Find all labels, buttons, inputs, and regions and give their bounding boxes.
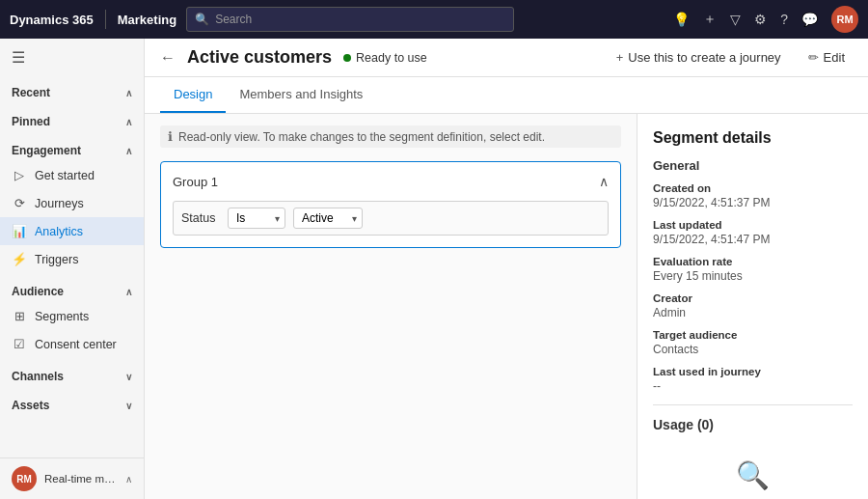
filter-operator-wrap: Is Is not (228, 208, 285, 229)
sidebar-item-segments[interactable]: ⊞ Segments (0, 302, 144, 330)
help-icon[interactable]: ? (780, 12, 788, 27)
creator-value: Admin (653, 306, 853, 319)
segments-icon: ⊞ (12, 309, 27, 323)
engagement-label: Engagement (12, 144, 81, 157)
filter-row: Status Is Is not Active Inactive (173, 201, 609, 236)
group-card: Group 1 ∧ Status Is Is not (160, 161, 621, 248)
tab-design[interactable]: Design (160, 77, 226, 113)
dynamics-label: Dynamics 365 (10, 13, 94, 27)
sidebar-item-analytics[interactable]: 📊 Analytics (0, 217, 144, 245)
filter-value-select[interactable]: Active Inactive (293, 208, 363, 229)
create-journey-label: Use this to create a journey (628, 50, 780, 65)
group-header: Group 1 ∧ (173, 174, 609, 189)
target-audience-value: Contacts (653, 343, 853, 356)
main-layout: ☰ Recent ∧ Pinned ∧ Engagement ∧ ▷ Get s… (0, 39, 868, 499)
channels-label: Channels (12, 370, 64, 383)
get-started-icon: ▷ (12, 168, 27, 182)
journeys-icon: ⟳ (12, 196, 27, 210)
design-area: ℹ Read-only view. To make changes to the… (145, 114, 637, 499)
last-used-value: -- (653, 379, 853, 393)
group-collapse-button[interactable]: ∧ (599, 174, 609, 189)
usage-search-icon: 🔍 (736, 459, 770, 491)
info-bar: ℹ Read-only view. To make changes to the… (160, 125, 621, 148)
edit-label: Edit (824, 50, 845, 65)
engagement-chevron: ∧ (125, 146, 132, 156)
sidebar-group-recent[interactable]: Recent ∧ (0, 78, 144, 103)
sidebar-section-engagement: Engagement ∧ ▷ Get started ⟳ Journeys 📊 … (0, 134, 144, 275)
sidebar-group-audience[interactable]: Audience ∧ (0, 277, 144, 302)
evaluation-rate-value: Every 15 minutes (653, 269, 853, 283)
usage-heading: Usage (0) (653, 417, 853, 432)
pinned-label: Pinned (12, 115, 50, 128)
footer-workspace-label: Real-time marketi... (44, 473, 118, 485)
status-dot (343, 54, 351, 62)
evaluation-rate-label: Evaluation rate (653, 256, 853, 267)
plus-icon: + (616, 50, 624, 65)
detail-creator: Creator Admin (653, 292, 853, 319)
plus-icon[interactable]: ＋ (703, 11, 717, 28)
assets-label: Assets (12, 399, 49, 412)
edit-button[interactable]: ✏ Edit (800, 46, 853, 69)
channels-chevron: ∨ (125, 372, 132, 382)
back-button[interactable]: ← (160, 49, 176, 67)
sidebar-section-channels: Channels ∨ (0, 360, 144, 389)
detail-last-updated: Last updated 9/15/2022, 4:51:47 PM (653, 219, 853, 246)
sidebar-group-channels[interactable]: Channels ∨ (0, 362, 144, 387)
segment-details-heading: Segment details (653, 129, 853, 147)
sidebar-group-pinned[interactable]: Pinned ∧ (0, 107, 144, 132)
detail-last-used: Last used in journey -- (653, 366, 853, 393)
brand-logo: Dynamics 365 Marketing (10, 10, 176, 29)
last-used-label: Last used in journey (653, 366, 853, 377)
hamburger-menu[interactable]: ☰ (0, 39, 144, 76)
sidebar-footer[interactable]: RM Real-time marketi... ∧ (0, 457, 144, 499)
info-text: Read-only view. To make changes to the s… (178, 130, 545, 144)
sidebar: ☰ Recent ∧ Pinned ∧ Engagement ∧ ▷ Get s… (0, 39, 145, 499)
recent-chevron: ∧ (125, 88, 132, 98)
tab-members-insights[interactable]: Members and Insights (226, 77, 376, 113)
status-badge: Ready to use (343, 51, 427, 65)
audience-chevron: ∧ (125, 287, 132, 297)
pinned-chevron: ∧ (125, 117, 132, 127)
sidebar-item-consent-center[interactable]: ☑ Consent center (0, 330, 144, 358)
group-title: Group 1 (173, 175, 218, 189)
sidebar-item-journeys[interactable]: ⟳ Journeys (0, 189, 144, 217)
recent-label: Recent (12, 86, 50, 99)
info-icon: ℹ (168, 129, 173, 144)
sidebar-section-pinned: Pinned ∧ (0, 105, 144, 134)
settings-icon[interactable]: ⚙ (754, 12, 767, 27)
lightbulb-icon[interactable]: 💡 (673, 12, 690, 27)
sidebar-section-audience: Audience ∧ ⊞ Segments ☑ Consent center (0, 275, 144, 360)
sidebar-item-triggers[interactable]: ⚡ Triggers (0, 245, 144, 273)
created-on-value: 9/15/2022, 4:51:37 PM (653, 196, 853, 209)
search-input[interactable] (215, 13, 505, 26)
filter-icon[interactable]: ▽ (730, 12, 741, 27)
get-started-label: Get started (35, 169, 95, 182)
sidebar-item-get-started[interactable]: ▷ Get started (0, 161, 144, 189)
footer-avatar: RM (12, 466, 37, 491)
tabs-bar: Design Members and Insights (145, 77, 868, 114)
sidebar-group-engagement[interactable]: Engagement ∧ (0, 136, 144, 161)
filter-value-wrap: Active Inactive (293, 208, 363, 229)
avatar[interactable]: RM (831, 6, 858, 33)
journeys-label: Journeys (35, 197, 84, 210)
chat-icon[interactable]: 💬 (801, 12, 818, 27)
filter-operator-select[interactable]: Is Is not (228, 208, 285, 229)
audience-label: Audience (12, 285, 64, 298)
nav-divider (105, 10, 106, 29)
created-on-label: Created on (653, 182, 853, 194)
detail-target-audience: Target audience Contacts (653, 329, 853, 356)
target-audience-label: Target audience (653, 329, 853, 341)
last-updated-label: Last updated (653, 219, 853, 231)
create-journey-button[interactable]: + Use this to create a journey (609, 46, 789, 69)
sidebar-section-assets: Assets ∨ (0, 389, 144, 418)
general-section-title: General (653, 158, 853, 173)
status-text: Ready to use (356, 51, 427, 65)
content-area: ← Active customers Ready to use + Use th… (145, 39, 868, 499)
sidebar-group-assets[interactable]: Assets ∨ (0, 391, 144, 416)
marketing-label: Marketing (118, 13, 176, 27)
search-bar[interactable]: 🔍 (186, 7, 514, 32)
consent-icon: ☑ (12, 337, 27, 351)
last-updated-value: 9/15/2022, 4:51:47 PM (653, 233, 853, 246)
edit-icon: ✏ (808, 50, 819, 65)
detail-created-on: Created on 9/15/2022, 4:51:37 PM (653, 182, 853, 209)
